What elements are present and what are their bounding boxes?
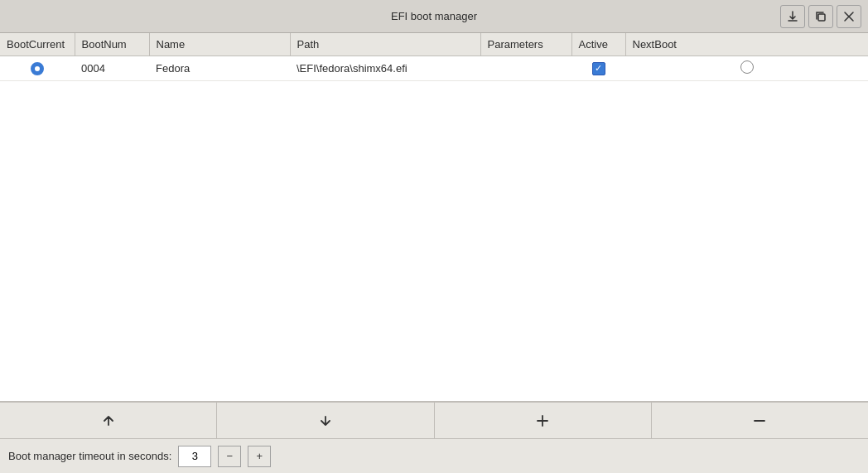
main-content: BootCurrent BootNum Name Path Parameters… bbox=[0, 33, 868, 438]
cell-parameters bbox=[480, 56, 571, 81]
close-button[interactable] bbox=[837, 5, 861, 28]
col-header-path: Path bbox=[290, 33, 480, 56]
timeout-input[interactable] bbox=[178, 446, 211, 467]
boot-table: BootCurrent BootNum Name Path Parameters… bbox=[0, 33, 868, 81]
nextboot-radio-empty bbox=[740, 60, 754, 74]
title-bar: EFI boot manager bbox=[0, 0, 868, 33]
table-row[interactable]: 0004 Fedora \EFI\fedora\shimx64.efi ✓ bbox=[0, 56, 868, 81]
table-container: BootCurrent BootNum Name Path Parameters… bbox=[0, 33, 868, 402]
timeout-label: Boot manager timeout in seconds: bbox=[8, 450, 171, 462]
bootcurrent-radio-selected bbox=[31, 62, 44, 75]
svg-rect-0 bbox=[818, 14, 825, 21]
footer-bar: Boot manager timeout in seconds: − + bbox=[0, 438, 868, 473]
col-header-active: Active bbox=[571, 33, 625, 56]
table-header-row: BootCurrent BootNum Name Path Parameters… bbox=[0, 33, 868, 56]
cell-name: Fedora bbox=[149, 56, 290, 81]
cell-nextboot bbox=[625, 56, 868, 81]
cell-bootcurrent bbox=[0, 56, 75, 81]
timeout-increment-button[interactable]: + bbox=[248, 446, 271, 467]
move-up-button[interactable] bbox=[0, 403, 217, 438]
col-header-parameters: Parameters bbox=[480, 33, 571, 56]
add-button[interactable] bbox=[435, 403, 652, 438]
toolbar-bottom bbox=[0, 402, 868, 438]
active-checkbox-checked[interactable]: ✓ bbox=[592, 62, 605, 75]
timeout-decrement-button[interactable]: − bbox=[218, 446, 241, 467]
move-down-button[interactable] bbox=[217, 403, 434, 438]
col-header-name: Name bbox=[149, 33, 290, 56]
col-header-bootnum: BootNum bbox=[75, 33, 149, 56]
col-header-nextboot: NextBoot bbox=[625, 33, 868, 56]
copy-button[interactable] bbox=[808, 5, 833, 28]
window-title: EFI boot manager bbox=[391, 10, 477, 22]
cell-path: \EFI\fedora\shimx64.efi bbox=[290, 56, 480, 81]
download-button[interactable] bbox=[780, 5, 805, 28]
cell-bootnum: 0004 bbox=[75, 56, 149, 81]
col-header-bootcurrent: BootCurrent bbox=[0, 33, 75, 56]
remove-button[interactable] bbox=[652, 403, 868, 438]
window-controls bbox=[780, 5, 861, 28]
cell-active: ✓ bbox=[571, 56, 625, 81]
